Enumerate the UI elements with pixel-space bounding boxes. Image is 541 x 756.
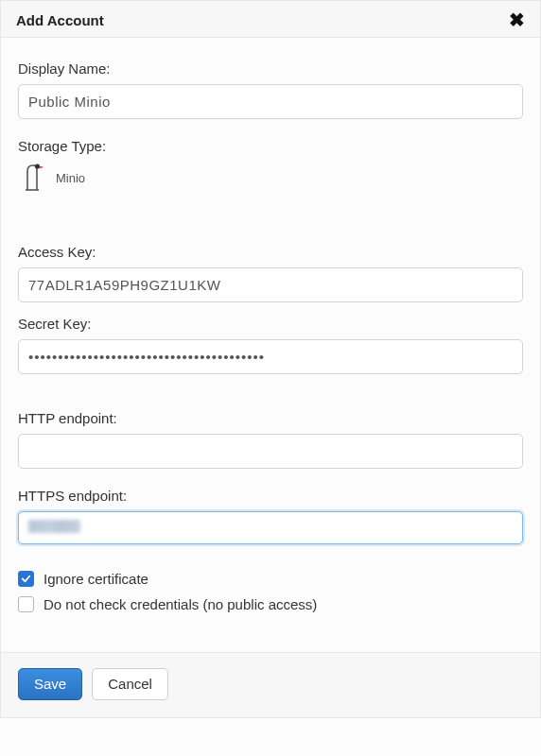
add-account-modal: Add Account ✖ Display Name: Storage Type… [0,0,541,718]
modal-footer: Save Cancel [1,652,540,717]
display-name-label: Display Name: [18,60,523,77]
close-icon[interactable]: ✖ [509,10,525,29]
no-check-credentials-label: Do not check credentials (no public acce… [44,596,317,612]
http-endpoint-label: HTTP endpoint: [18,410,523,426]
http-endpoint-input[interactable] [18,434,523,469]
display-name-input[interactable] [18,84,523,119]
access-key-label: Access Key: [18,244,523,260]
no-check-credentials-row: Do not check credentials (no public acce… [18,596,523,612]
svg-point-0 [35,163,40,168]
ignore-certificate-row: Ignore certificate [18,571,523,587]
minio-bird-icon [22,162,46,195]
secret-key-input[interactable] [18,339,523,374]
storage-type-row: Minio [18,162,523,195]
cancel-button[interactable]: Cancel [92,668,168,700]
secret-key-label: Secret Key: [18,316,523,332]
ignore-certificate-label: Ignore certificate [44,571,148,587]
https-endpoint-input[interactable] [18,511,523,544]
ignore-certificate-checkbox[interactable] [18,571,34,587]
modal-body: Display Name: Storage Type: Minio Access… [1,38,540,622]
access-key-input[interactable] [18,267,523,302]
modal-title: Add Account [16,12,104,28]
modal-header: Add Account ✖ [1,1,540,38]
storage-type-label: Storage Type: [18,138,523,154]
https-endpoint-label: HTTPS endpoint: [18,488,523,504]
storage-type-value: Minio [56,171,85,185]
save-button[interactable]: Save [18,668,82,700]
no-check-credentials-checkbox[interactable] [18,596,34,612]
https-endpoint-value-redacted [28,520,80,533]
